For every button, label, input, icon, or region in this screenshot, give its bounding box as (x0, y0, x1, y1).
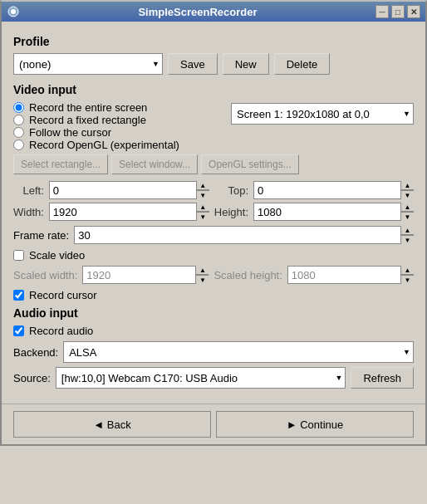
left-spin-down[interactable]: ▼ (197, 190, 209, 199)
app-icon (7, 5, 20, 18)
source-label: Source: (13, 372, 51, 384)
title-bar: SimpleScreenRecorder ─ □ ✕ (2, 2, 425, 22)
framerate-row: Frame rate: ▲ ▼ (13, 226, 414, 244)
left-label: Left: (13, 184, 44, 197)
scaled-height-spin-down[interactable]: ▼ (401, 275, 414, 284)
framerate-spin-up[interactable]: ▲ (401, 226, 414, 235)
select-window-button[interactable]: Select window... (111, 154, 198, 174)
backend-select-wrapper: ALSA (63, 341, 414, 363)
radio-follow-cursor-input[interactable] (13, 127, 24, 138)
save-button[interactable]: Save (168, 53, 218, 75)
width-label: Width: (13, 206, 44, 218)
height-label: Height: (214, 206, 248, 218)
window-controls: ─ □ ✕ (375, 5, 420, 18)
record-audio-checkbox[interactable] (13, 325, 24, 336)
screen-select[interactable]: Screen 1: 1920x1080 at 0,0 (231, 103, 414, 125)
radio-entire-screen-label: Record the entire screen (29, 101, 147, 114)
scaled-height-spin: ▲ ▼ (400, 266, 414, 284)
top-spin-down[interactable]: ▼ (401, 190, 414, 199)
record-audio-label: Record audio (29, 325, 93, 337)
top-spin: ▲ ▼ (400, 181, 414, 199)
record-audio-row: Record audio (13, 325, 414, 337)
scale-video-checkbox[interactable] (13, 250, 24, 261)
screen-select-col: Screen 1: 1920x1080 at 0,0 (231, 101, 414, 125)
radio-follow-cursor-label: Follow the cursor (29, 126, 111, 139)
framerate-input-wrap: ▲ ▼ (74, 226, 414, 244)
scaled-dimension-fields: Scaled width: ▲ ▼ Scaled height: ▲ ▼ (13, 266, 414, 284)
radio-entire-screen: Record the entire screen (13, 101, 231, 114)
minimize-button[interactable]: ─ (375, 5, 389, 18)
action-buttons: Select rectangle... Select window... Ope… (13, 154, 414, 174)
height-spin-up[interactable]: ▲ (401, 203, 414, 212)
profile-select-wrapper: (none) (13, 53, 163, 75)
close-button[interactable]: ✕ (407, 5, 420, 18)
svg-point-1 (11, 9, 16, 14)
radio-opengl-label: Record OpenGL (experimental) (29, 139, 179, 151)
source-select[interactable]: [hw:10,0] Webcam C170: USB Audio (56, 367, 346, 389)
scaled-width-input-wrap: ▲ ▼ (82, 266, 209, 284)
main-window: SimpleScreenRecorder ─ □ ✕ Profile (none… (0, 0, 427, 446)
main-content: Profile (none) Save New Delete Video inp… (2, 22, 425, 404)
radio-fixed-rect-input[interactable] (13, 115, 24, 125)
left-input-wrap: ▲ ▼ (49, 181, 209, 199)
left-spin-up[interactable]: ▲ (197, 181, 209, 190)
radio-follow-cursor: Follow the cursor (13, 126, 231, 139)
backend-row: Backend: ALSA (13, 341, 414, 363)
record-cursor-label: Record cursor (29, 289, 97, 301)
radio-fixed-rectangle: Record a fixed rectangle (13, 114, 231, 126)
scaled-width-spin-up[interactable]: ▲ (196, 266, 209, 275)
width-input[interactable] (49, 203, 209, 221)
radio-entire-screen-input[interactable] (13, 102, 24, 113)
record-cursor-checkbox[interactable] (13, 290, 24, 301)
scale-video-row: Scale video (13, 249, 414, 262)
scaled-height-label: Scaled height: (214, 269, 282, 281)
radio-fixed-rect-label: Record a fixed rectangle (29, 114, 146, 126)
bottom-bar: ◄ Back ► Continue (2, 404, 425, 444)
height-spin-down[interactable]: ▼ (401, 212, 414, 221)
audio-input-section-title: Audio input (13, 306, 414, 320)
backend-label: Backend: (13, 346, 58, 359)
new-button[interactable]: New (223, 53, 269, 75)
refresh-button[interactable]: Refresh (351, 367, 414, 389)
scaled-width-input[interactable] (82, 266, 209, 284)
width-input-wrap: ▲ ▼ (49, 203, 209, 221)
profile-section-title: Profile (13, 35, 414, 48)
continue-button[interactable]: ► Continue (216, 411, 414, 438)
top-label: Top: (214, 184, 248, 197)
opengl-settings-button[interactable]: OpenGL settings... (201, 154, 299, 174)
height-input[interactable] (253, 203, 414, 221)
left-input[interactable] (49, 181, 209, 199)
radio-opengl: Record OpenGL (experimental) (13, 139, 231, 151)
dimension-fields: Left: ▲ ▼ Top: ▲ ▼ Width: ▲ (13, 181, 414, 221)
width-spin-down[interactable]: ▼ (197, 212, 209, 221)
left-spin: ▲ ▼ (196, 181, 209, 199)
back-button[interactable]: ◄ Back (13, 411, 211, 438)
scaled-height-spin-up[interactable]: ▲ (401, 266, 414, 275)
source-row: Source: [hw:10,0] Webcam C170: USB Audio… (13, 367, 414, 389)
height-spin: ▲ ▼ (400, 203, 414, 221)
framerate-spin-down[interactable]: ▼ (401, 235, 414, 244)
framerate-input[interactable] (74, 226, 414, 244)
width-spin-up[interactable]: ▲ (197, 203, 209, 212)
profile-row: (none) Save New Delete (13, 53, 414, 75)
profile-select[interactable]: (none) (13, 53, 163, 75)
framerate-label: Frame rate: (13, 229, 69, 242)
scaled-height-input[interactable] (287, 266, 414, 284)
top-input[interactable] (253, 181, 414, 199)
select-rectangle-button[interactable]: Select rectangle... (13, 154, 108, 174)
framerate-spin: ▲ ▼ (400, 226, 414, 244)
radio-opengl-input[interactable] (13, 139, 24, 150)
scaled-height-input-wrap: ▲ ▼ (287, 266, 414, 284)
maximize-button[interactable]: □ (391, 5, 405, 18)
height-input-wrap: ▲ ▼ (253, 203, 414, 221)
delete-button[interactable]: Delete (274, 53, 331, 75)
backend-select[interactable]: ALSA (63, 341, 414, 363)
video-input-section-title: Video input (13, 83, 414, 96)
top-spin-up[interactable]: ▲ (401, 181, 414, 190)
source-select-wrapper: [hw:10,0] Webcam C170: USB Audio (56, 367, 346, 389)
width-spin: ▲ ▼ (196, 203, 209, 221)
scaled-width-label: Scaled width: (13, 269, 77, 281)
scale-video-label: Scale video (29, 249, 85, 262)
window-title: SimpleScreenRecorder (138, 6, 257, 18)
scaled-width-spin-down[interactable]: ▼ (196, 275, 209, 284)
